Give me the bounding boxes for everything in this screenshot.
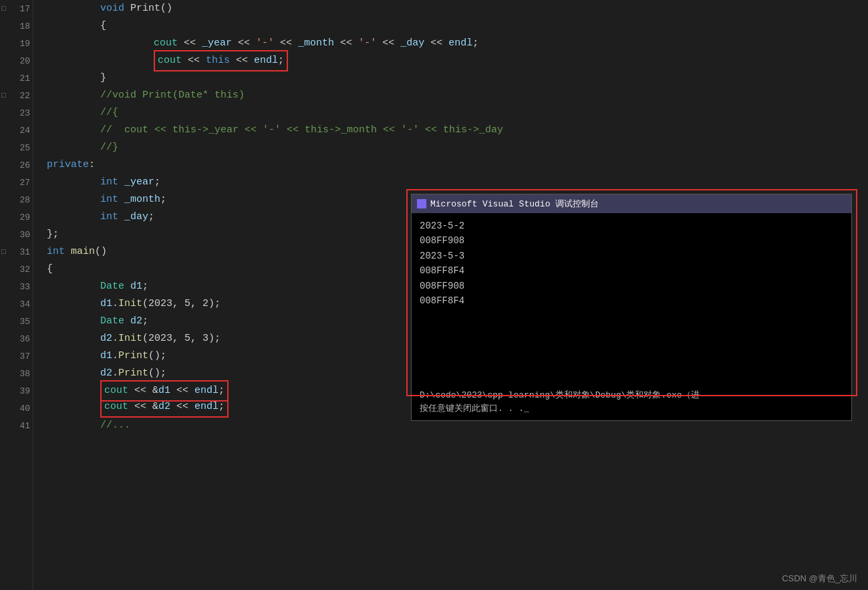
- console-line-2: 008FF908: [420, 233, 843, 248]
- console-output: 2023-5-2 008FF908 2023-5-3 008FF8F4 008F…: [412, 213, 851, 386]
- console-line-1: 2023-5-2: [420, 218, 843, 233]
- console-window: Microsoft Visual Studio 调试控制台 2023-5-2 0…: [411, 194, 852, 421]
- console-line-6: 008FF8F4: [420, 293, 843, 308]
- watermark: CSDN @青色_忘川: [782, 573, 857, 585]
- console-footer-line1: D:\code\2023\cpp-learning\类和对象\Debug\类和对…: [420, 389, 843, 402]
- fold-btn-17[interactable]: □: [1, 5, 6, 13]
- console-footer-line2: 按任意键关闭此窗口. . ._: [420, 402, 843, 416]
- code-line-27: int _year ;: [47, 174, 868, 191]
- code-line-23: //{: [47, 104, 868, 122]
- code-line-17: void Print(): [47, 0, 868, 17]
- console-line-3: 2023-5-3: [420, 249, 843, 263]
- console-title: Microsoft Visual Studio 调试控制台: [430, 198, 599, 210]
- console-footer: D:\code\2023\cpp-learning\类和对象\Debug\类和对…: [412, 386, 851, 420]
- console-icon: [417, 199, 426, 208]
- console-line-4: 008FF8F4: [420, 263, 843, 278]
- code-line-22: //void Print(Date* this): [47, 87, 868, 104]
- code-line-20: cout << this << endl ;: [47, 52, 868, 69]
- code-line-18: {: [47, 17, 868, 35]
- fold-btn-22[interactable]: □: [1, 92, 6, 100]
- code-line-26: private :: [47, 156, 868, 174]
- fold-btn-31[interactable]: □: [1, 248, 6, 256]
- console-line-5: 008FF908: [420, 279, 843, 293]
- console-titlebar: Microsoft Visual Studio 调试控制台: [412, 194, 851, 213]
- line-numbers: □17 18 19 20 21 □22 23 24 25 26 27 28 29…: [0, 0, 33, 590]
- code-line-25: //}: [47, 139, 868, 156]
- code-line-21: }: [47, 69, 868, 87]
- code-line-24: // cout << this->_year << '-' << this->_…: [47, 122, 868, 139]
